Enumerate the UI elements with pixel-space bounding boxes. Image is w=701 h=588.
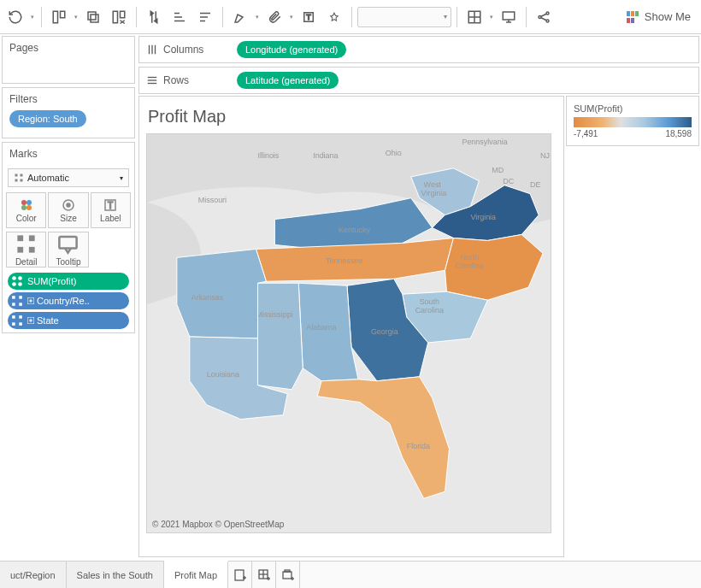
size-icon bbox=[62, 198, 75, 212]
highlight-dropdown-icon[interactable]: ▾ bbox=[254, 14, 261, 21]
filter-pill-region[interactable]: Region: South bbox=[9, 110, 86, 127]
show-me-icon bbox=[626, 10, 639, 24]
marks-color-button[interactable]: Color bbox=[6, 192, 46, 228]
svg-point-43 bbox=[67, 203, 70, 207]
svg-rect-34 bbox=[15, 174, 18, 177]
svg-rect-49 bbox=[29, 247, 35, 253]
pin-button[interactable] bbox=[322, 5, 346, 29]
svg-point-26 bbox=[546, 20, 549, 22]
filters-label: Filters bbox=[3, 88, 134, 110]
svg-text:T: T bbox=[108, 201, 113, 210]
main-area: Pages Filters Region: South Marks Automa… bbox=[0, 34, 701, 559]
toolbar-separator bbox=[222, 7, 223, 27]
marks-size-button[interactable]: Size bbox=[48, 192, 88, 228]
automatic-icon bbox=[14, 173, 24, 183]
mark-pill-sum-profit[interactable]: SUM(Profit) bbox=[8, 273, 129, 290]
svg-point-52 bbox=[18, 276, 22, 280]
new-ws-dropdown-icon[interactable]: ▾ bbox=[73, 14, 80, 21]
rows-shelf[interactable]: Rows Latitude (generated) bbox=[138, 67, 699, 94]
legend-max: 18,598 bbox=[665, 129, 692, 138]
svg-rect-62 bbox=[12, 315, 15, 319]
fit-dropdown[interactable]: ▾ bbox=[357, 7, 451, 27]
marks-type-dropdown[interactable]: Automatic ▾ bbox=[8, 168, 129, 187]
svg-rect-55 bbox=[12, 296, 15, 299]
marks-label-button[interactable]: TLabel bbox=[91, 192, 131, 228]
svg-rect-21 bbox=[503, 12, 515, 20]
svg-rect-56 bbox=[19, 296, 22, 299]
attach-button[interactable] bbox=[262, 5, 286, 29]
undo-button[interactable] bbox=[3, 5, 27, 29]
toolbar: ▾ ▾ ▾ ▾ T ▾ ▾ Show Me bbox=[0, 0, 701, 34]
new-sheet-button[interactable] bbox=[228, 562, 252, 589]
presentation-button[interactable] bbox=[497, 5, 521, 29]
mark-pill-state[interactable]: State bbox=[8, 312, 129, 329]
svg-line-27 bbox=[541, 14, 546, 16]
tab-sales-south[interactable]: Sales in the South bbox=[67, 562, 164, 589]
columns-shelf[interactable]: Columns Longitude (generated) bbox=[138, 36, 699, 63]
svg-point-41 bbox=[27, 205, 32, 210]
color-icon bbox=[20, 198, 33, 212]
svg-rect-3 bbox=[91, 15, 98, 22]
svg-rect-57 bbox=[12, 303, 15, 306]
svg-rect-1 bbox=[61, 11, 65, 18]
viz-main: Profit Map Illinois Indiana Ohio Pennsyl… bbox=[138, 96, 564, 557]
new-worksheet-button[interactable] bbox=[47, 5, 71, 29]
undo-dropdown-icon[interactable]: ▾ bbox=[29, 14, 36, 21]
detail-icon bbox=[15, 232, 38, 256]
color-mark-icon bbox=[11, 275, 23, 287]
clear-button[interactable] bbox=[107, 5, 131, 29]
highlight-button[interactable] bbox=[228, 5, 252, 29]
svg-point-54 bbox=[18, 282, 22, 286]
legend-min: -7,491 bbox=[574, 129, 598, 138]
map-credit: © 2021 Mapbox © OpenStreetMap bbox=[152, 520, 284, 529]
svg-point-40 bbox=[21, 205, 27, 210]
legend-pane[interactable]: SUM(Profit) -7,491 18,598 bbox=[566, 96, 699, 146]
marks-detail-button[interactable]: Detail bbox=[6, 232, 46, 268]
share-button[interactable] bbox=[532, 5, 556, 29]
svg-rect-63 bbox=[19, 315, 22, 319]
new-story-button[interactable] bbox=[276, 562, 300, 589]
text-icon: T bbox=[103, 198, 117, 212]
svg-rect-108 bbox=[283, 572, 292, 579]
state-ar bbox=[177, 249, 267, 338]
duplicate-button[interactable] bbox=[81, 5, 105, 29]
right-panel: Columns Longitude (generated) Rows Latit… bbox=[137, 34, 701, 559]
svg-text:T: T bbox=[306, 13, 311, 21]
svg-point-53 bbox=[12, 282, 16, 286]
svg-rect-30 bbox=[631, 11, 634, 16]
toolbar-separator bbox=[351, 7, 352, 27]
sort-desc-button[interactable] bbox=[193, 5, 217, 29]
swap-button[interactable] bbox=[142, 5, 166, 29]
tab-product-region[interactable]: uct/Region bbox=[0, 562, 67, 589]
filters-pane: Filters Region: South bbox=[2, 87, 135, 138]
dashboard-button[interactable] bbox=[462, 5, 486, 29]
rows-pill-latitude[interactable]: Latitude (generated) bbox=[237, 72, 339, 89]
new-dashboard-button[interactable] bbox=[252, 562, 276, 589]
left-panel: Pages Filters Region: South Marks Automa… bbox=[0, 34, 137, 559]
label-button[interactable]: T bbox=[297, 5, 321, 29]
svg-rect-58 bbox=[19, 303, 22, 306]
marks-tooltip-button[interactable]: Tooltip bbox=[48, 232, 88, 268]
svg-point-24 bbox=[539, 15, 541, 18]
svg-point-38 bbox=[21, 200, 27, 205]
sort-asc-button[interactable] bbox=[168, 5, 191, 29]
pages-pane: Pages bbox=[2, 36, 135, 84]
columns-pill-longitude[interactable]: Longitude (generated) bbox=[237, 41, 346, 58]
svg-rect-64 bbox=[12, 322, 15, 326]
svg-rect-37 bbox=[21, 179, 23, 182]
tab-profit-map[interactable]: Profit Map bbox=[164, 561, 228, 588]
svg-rect-32 bbox=[627, 18, 630, 23]
dashboard-dropdown-icon[interactable]: ▾ bbox=[488, 14, 495, 21]
columns-icon bbox=[146, 44, 158, 56]
mark-pill-country[interactable]: Country/Re.. bbox=[8, 292, 129, 309]
legend-title: SUM(Profit) bbox=[574, 103, 692, 114]
viz-title[interactable]: Profit Map bbox=[146, 103, 557, 133]
svg-rect-109 bbox=[285, 570, 290, 572]
map-canvas[interactable]: Illinois Indiana Ohio Pennsylvania NJ MD… bbox=[146, 133, 551, 533]
state-ms bbox=[257, 283, 303, 389]
attach-dropdown-icon[interactable]: ▾ bbox=[288, 14, 295, 21]
svg-rect-36 bbox=[15, 179, 18, 182]
svg-rect-48 bbox=[18, 247, 24, 253]
sheet-tabs: uct/Region Sales in the South Profit Map bbox=[0, 561, 701, 588]
show-me-button[interactable]: Show Me bbox=[619, 7, 698, 27]
